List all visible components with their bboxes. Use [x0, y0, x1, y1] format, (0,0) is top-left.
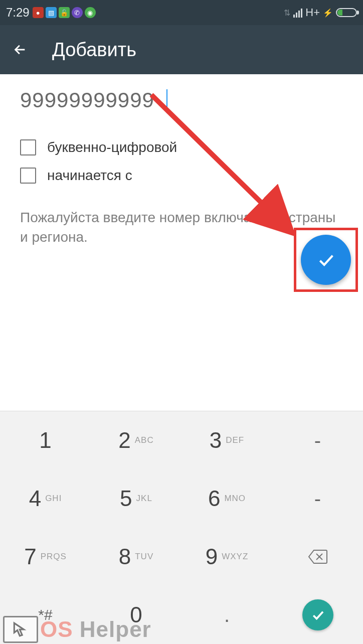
content-area: буквенно-цифровой начинается с Пожалуйст…	[0, 74, 363, 247]
network-label: H+	[305, 6, 320, 19]
back-button[interactable]	[8, 38, 32, 62]
status-icon-1: ●	[33, 7, 44, 18]
key-9[interactable]: 9WXYZ	[182, 528, 272, 586]
signal-icon	[293, 8, 302, 18]
status-icon-4: ✆	[72, 7, 83, 18]
done-fab[interactable]	[302, 599, 333, 630]
confirm-fab[interactable]	[301, 235, 351, 285]
status-left: 7:29 ● ▧ 🔓 ✆ ◉	[6, 6, 96, 20]
key-3[interactable]: 3DEF	[182, 411, 272, 469]
key-5[interactable]: 5JKL	[91, 469, 182, 528]
checkbox-startswith[interactable]	[20, 168, 36, 184]
backspace-icon	[308, 549, 328, 564]
status-app-icons: ● ▧ 🔓 ✆ ◉	[33, 7, 96, 18]
phone-number-input[interactable]	[20, 88, 343, 112]
check-icon	[310, 607, 325, 622]
key-dash2[interactable]: -	[272, 469, 363, 528]
app-bar: Добавить	[0, 25, 363, 74]
battery-icon	[336, 8, 357, 17]
numeric-keypad: 1 2ABC 3DEF - 4GHI 5JKL 6MNO - 7PRQS 8TU…	[0, 411, 363, 644]
checkbox-alphanumeric[interactable]	[20, 139, 36, 155]
status-icon-3: 🔓	[59, 7, 70, 18]
text-cursor	[166, 89, 167, 113]
page-title: Добавить	[52, 39, 136, 61]
key-dot[interactable]: .	[182, 586, 272, 644]
key-8[interactable]: 8TUV	[91, 528, 182, 586]
key-4[interactable]: 4GHI	[0, 469, 91, 528]
key-2[interactable]: 2ABC	[91, 411, 182, 469]
key-dash[interactable]: -	[272, 411, 363, 469]
checkbox-alphanumeric-label: буквенно-цифровой	[47, 139, 177, 155]
charging-icon: ⚡	[323, 8, 333, 18]
key-backspace[interactable]	[272, 528, 363, 586]
check-icon	[316, 250, 336, 270]
status-right: ⇅ H+ ⚡	[284, 6, 357, 19]
key-0[interactable]: 0	[91, 586, 182, 644]
key-7[interactable]: 7PRQS	[0, 528, 91, 586]
status-icon-2: ▧	[46, 7, 57, 18]
status-time: 7:29	[6, 6, 30, 20]
checkbox-alphanumeric-row[interactable]: буквенно-цифровой	[20, 139, 343, 155]
data-arrows-icon: ⇅	[284, 8, 290, 18]
checkbox-startswith-row[interactable]: начинается с	[20, 168, 343, 184]
key-1[interactable]: 1	[0, 411, 91, 469]
status-icon-5: ◉	[85, 7, 96, 18]
fab-highlight-box	[294, 228, 358, 292]
key-star-hash[interactable]: *#	[0, 586, 91, 644]
checkbox-startswith-label: начинается с	[47, 168, 132, 184]
key-done[interactable]	[272, 586, 363, 644]
arrow-left-icon	[13, 43, 27, 57]
status-bar: 7:29 ● ▧ 🔓 ✆ ◉ ⇅ H+ ⚡	[0, 0, 363, 25]
key-6[interactable]: 6MNO	[182, 469, 272, 528]
